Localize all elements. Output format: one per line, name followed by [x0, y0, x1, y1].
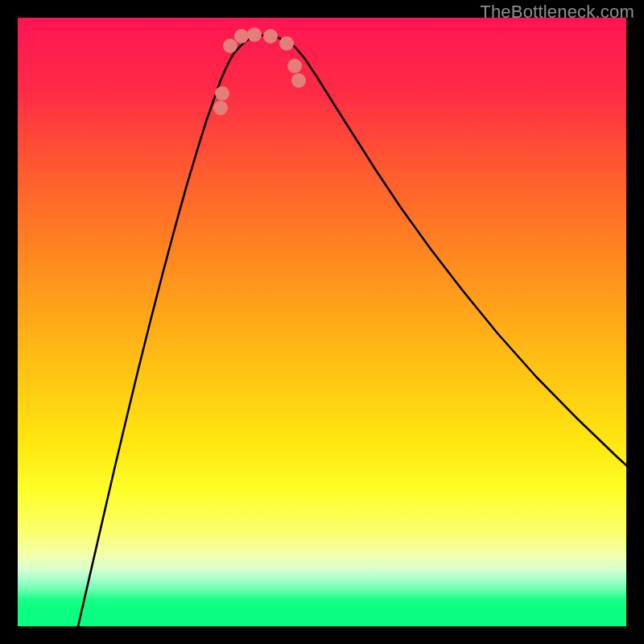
- data-point: [291, 73, 306, 88]
- gradient-backdrop: [18, 18, 626, 626]
- data-point: [215, 86, 229, 101]
- data-point: [234, 29, 249, 43]
- chart-frame: [18, 18, 626, 626]
- data-point: [223, 39, 237, 53]
- bottleneck-chart: [18, 18, 626, 626]
- data-point: [287, 59, 302, 73]
- data-point: [279, 36, 294, 51]
- data-point: [247, 27, 262, 42]
- watermark-text: TheBottleneck.com: [480, 2, 634, 23]
- data-point: [263, 29, 278, 43]
- data-point: [213, 101, 228, 115]
